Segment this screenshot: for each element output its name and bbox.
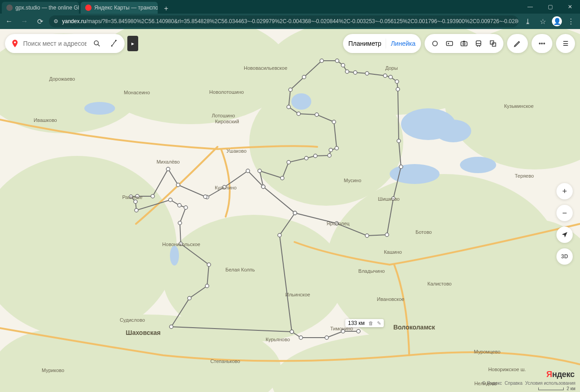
ruler-node[interactable] (302, 75, 306, 79)
site-settings-icon[interactable]: ⚙ (53, 18, 58, 24)
ruler-node[interactable] (222, 185, 226, 189)
ruler-node[interactable] (169, 198, 172, 202)
ruler-node[interactable] (135, 194, 139, 198)
browser-tab-yandexmaps[interactable]: Яндекс Карты — транспорт, н… ✕ (81, 2, 158, 14)
mode-planimeter[interactable]: Планиметр (348, 40, 382, 47)
ruler-node[interactable] (357, 329, 360, 333)
ruler-node[interactable] (179, 242, 183, 246)
install-app-icon[interactable]: ⤓ (521, 15, 534, 28)
ruler-node[interactable] (287, 160, 290, 164)
ruler-node[interactable] (383, 74, 387, 77)
search-icon[interactable] (90, 37, 104, 50)
ruler-node[interactable] (203, 195, 207, 198)
ruler-node[interactable] (289, 88, 292, 92)
yandex-logo[interactable]: Яндекс (546, 370, 575, 379)
more-pill[interactable]: ••• (532, 34, 552, 53)
ruler-node[interactable] (293, 211, 297, 215)
ruler-node[interactable] (396, 87, 400, 91)
ruler-node[interactable] (205, 284, 209, 288)
ruler-node[interactable] (385, 233, 389, 237)
search-input[interactable] (23, 40, 87, 47)
ruler-node[interactable] (261, 185, 265, 189)
mode-ruler[interactable]: Линейка (391, 40, 416, 47)
circle-icon[interactable] (430, 39, 440, 48)
ruler-node[interactable] (341, 63, 345, 67)
kebab-icon[interactable]: ⋮ (565, 15, 577, 28)
ruler-node[interactable] (332, 120, 336, 124)
ruler-node[interactable] (335, 146, 338, 150)
profile-icon[interactable]: 👤 (552, 16, 562, 26)
ruler-node[interactable] (287, 105, 290, 109)
menu-button[interactable]: ☰ (556, 34, 575, 53)
window-maximize[interactable]: ▢ (540, 0, 560, 14)
ruler-node[interactable] (345, 70, 349, 73)
ruler-node[interactable] (188, 296, 191, 300)
ruler-node[interactable] (280, 176, 284, 180)
ruler-node[interactable] (176, 183, 180, 187)
locate-button[interactable] (556, 227, 573, 243)
ruler-node[interactable] (315, 113, 319, 116)
ruler-node[interactable] (335, 59, 339, 63)
window-close[interactable]: ✕ (560, 0, 580, 14)
ruler-node[interactable] (246, 169, 250, 173)
url-input[interactable]: ⚙ yandex.ru/maps/?ll=35.845980%2C56.1409… (49, 15, 518, 27)
ruler-node[interactable] (166, 167, 170, 171)
layers-icon[interactable] (488, 39, 498, 48)
ruler-node[interactable] (314, 154, 317, 158)
transit-icon[interactable] (474, 39, 483, 48)
pencil-icon[interactable]: ✎ (377, 320, 381, 326)
3d-button[interactable]: 3D (556, 248, 573, 265)
browser-tab-gpxstudio[interactable]: gpx.studio — the online GPX fi… ✕ (2, 2, 79, 14)
nav-reload[interactable]: ⟳ (34, 15, 46, 28)
star-icon[interactable]: ☆ (536, 15, 549, 28)
zoom-out-button[interactable]: − (556, 205, 573, 221)
nav-forward[interactable]: → (18, 15, 31, 28)
ruler-node[interactable] (365, 234, 369, 237)
ruler-node[interactable] (341, 329, 345, 333)
ruler-node[interactable] (169, 325, 173, 329)
svg-point-12 (84, 102, 115, 115)
ruler-node[interactable] (335, 222, 338, 225)
footer-terms[interactable]: Условия использования (525, 381, 575, 386)
ruler-node[interactable] (290, 330, 294, 334)
ruler-node[interactable] (397, 139, 401, 143)
ruler-node[interactable] (328, 154, 331, 157)
svg-point-32 (477, 46, 478, 47)
ruler-node[interactable] (129, 195, 133, 198)
ruler-node[interactable] (178, 221, 182, 225)
footer-help[interactable]: Справка (505, 381, 522, 386)
ruler-node[interactable] (399, 165, 403, 169)
svg-rect-25 (446, 42, 453, 46)
ruler-node[interactable] (320, 59, 324, 63)
ruler-node[interactable] (304, 156, 308, 160)
footer-copy[interactable]: © Яндекс (482, 381, 502, 386)
ruler-node[interactable] (151, 194, 155, 198)
zoom-in-button[interactable]: + (556, 183, 573, 199)
ruler-node[interactable] (134, 200, 137, 203)
panel-collapse-button[interactable]: ▸ (127, 36, 138, 51)
ruler-node[interactable] (184, 206, 188, 209)
ruler-node[interactable] (392, 197, 395, 200)
ruler-node[interactable] (389, 75, 392, 79)
ruler-node[interactable] (395, 80, 399, 83)
ruler-node[interactable] (365, 72, 369, 75)
route-icon[interactable] (107, 37, 121, 50)
window-minimize[interactable]: — (520, 0, 540, 14)
panorama-icon[interactable] (445, 39, 454, 48)
ruler-node[interactable] (178, 203, 181, 207)
nav-back[interactable]: ← (3, 15, 15, 28)
trash-icon[interactable]: 🗑 (368, 320, 373, 326)
ruler-node[interactable] (297, 112, 300, 116)
ruler-node[interactable] (258, 169, 261, 173)
edit-pill[interactable] (507, 34, 528, 53)
ruler-node[interactable] (325, 336, 329, 339)
ruler-node[interactable] (207, 263, 211, 266)
ruler-node[interactable] (329, 148, 333, 152)
ruler-node[interactable] (278, 233, 281, 237)
ruler-node[interactable] (299, 336, 303, 339)
map-canvas[interactable]: ▸ Планиметр Линейка ••• ☰ + − 3D (0, 29, 580, 392)
ruler-node[interactable] (353, 71, 357, 74)
new-tab-button[interactable]: + (161, 4, 171, 14)
ruler-node[interactable] (135, 208, 138, 212)
camera-icon[interactable] (459, 39, 469, 48)
